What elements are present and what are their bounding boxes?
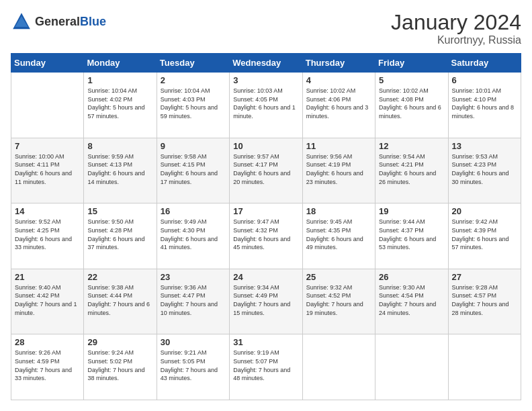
daylight-text: Daylight: 7 hours and 15 minutes. [233,300,298,317]
sunrise-text: Sunrise: 10:02 AM [306,87,371,95]
sunset-text: Sunset: 4:49 PM [233,291,298,300]
day-number: 14 [15,206,80,216]
daylight-text: Daylight: 6 hours and 57 minutes. [452,235,517,252]
sunrise-text: Sunrise: 10:04 AM [161,87,226,95]
table-row [375,334,448,400]
page: GeneralBlue January 2024 Kurortnyy, Russ… [0,0,532,411]
sunset-text: Sunset: 4:44 PM [87,291,152,300]
col-saturday: Saturday [448,54,521,73]
sunset-text: Sunset: 4:23 PM [452,161,517,169]
col-wednesday: Wednesday [230,54,302,73]
table-row: 6 Sunrise: 10:01 AM Sunset: 4:10 PM Dayl… [448,73,521,138]
table-row: 2 Sunrise: 10:04 AM Sunset: 4:03 PM Dayl… [157,73,229,138]
day-info: Sunrise: 9:40 AM Sunset: 4:42 PM Dayligh… [15,283,80,317]
daylight-text: Daylight: 7 hours and 6 minutes. [87,300,152,317]
col-sunday: Sunday [11,54,84,73]
col-thursday: Thursday [302,54,375,73]
day-info: Sunrise: 10:02 AM Sunset: 4:06 PM Daylig… [306,87,371,120]
daylight-text: Daylight: 6 hours and 11 minutes. [15,169,80,186]
day-number: 8 [87,141,152,151]
day-number: 18 [306,206,371,216]
day-number: 31 [233,337,298,347]
sunset-text: Sunset: 4:11 PM [15,161,80,169]
table-row: 25 Sunrise: 9:32 AM Sunset: 4:52 PM Dayl… [302,269,375,334]
day-info: Sunrise: 9:24 AM Sunset: 5:02 PM Dayligh… [87,349,152,382]
day-info: Sunrise: 10:04 AM Sunset: 4:03 PM Daylig… [161,87,226,120]
sunset-text: Sunset: 4:05 PM [233,95,298,104]
sunrise-text: Sunrise: 10:01 AM [452,87,517,95]
sunset-text: Sunset: 4:52 PM [306,291,371,300]
day-number: 9 [161,141,226,151]
day-number: 10 [233,141,298,151]
daylight-text: Daylight: 6 hours and 45 minutes. [233,235,298,252]
month-title: January 2024 [391,11,521,34]
daylight-text: Daylight: 6 hours and 33 minutes. [15,235,80,252]
table-row: 7 Sunrise: 10:00 AM Sunset: 4:11 PM Dayl… [11,138,84,203]
table-row: 3 Sunrise: 10:03 AM Sunset: 4:05 PM Dayl… [230,73,302,138]
day-info: Sunrise: 9:21 AM Sunset: 5:05 PM Dayligh… [161,349,226,382]
logo: GeneralBlue [11,11,106,32]
sunset-text: Sunset: 5:07 PM [233,357,298,366]
daylight-text: Daylight: 6 hours and 23 minutes. [306,169,371,186]
sunrise-text: Sunrise: 9:42 AM [452,218,517,226]
sunset-text: Sunset: 4:13 PM [87,161,152,169]
day-info: Sunrise: 9:49 AM Sunset: 4:30 PM Dayligh… [161,218,226,251]
day-number: 12 [379,141,444,151]
day-info: Sunrise: 9:26 AM Sunset: 4:59 PM Dayligh… [15,349,80,382]
sunrise-text: Sunrise: 10:02 AM [379,87,444,95]
day-info: Sunrise: 9:57 AM Sunset: 4:17 PM Dayligh… [233,152,298,186]
daylight-text: Daylight: 7 hours and 28 minutes. [452,300,517,317]
calendar-week-row: 21 Sunrise: 9:40 AM Sunset: 4:42 PM Dayl… [11,269,521,334]
daylight-text: Daylight: 7 hours and 10 minutes. [161,300,226,317]
table-row: 16 Sunrise: 9:49 AM Sunset: 4:30 PM Dayl… [157,203,229,269]
day-info: Sunrise: 9:58 AM Sunset: 4:15 PM Dayligh… [161,152,226,186]
sunset-text: Sunset: 4:19 PM [306,161,371,169]
daylight-text: Daylight: 7 hours and 19 minutes. [306,300,371,317]
daylight-text: Daylight: 7 hours and 48 minutes. [233,366,298,383]
logo-text: GeneralBlue [35,15,106,29]
table-row: 5 Sunrise: 10:02 AM Sunset: 4:08 PM Dayl… [375,73,448,138]
sunset-text: Sunset: 4:03 PM [161,95,226,104]
sunset-text: Sunset: 4:54 PM [379,291,444,300]
day-number: 24 [233,272,298,282]
sunrise-text: Sunrise: 10:03 AM [233,87,298,95]
table-row: 11 Sunrise: 9:56 AM Sunset: 4:19 PM Dayl… [302,138,375,203]
sunrise-text: Sunrise: 9:44 AM [379,218,444,226]
daylight-text: Daylight: 5 hours and 59 minutes. [161,103,226,120]
day-info: Sunrise: 10:03 AM Sunset: 4:05 PM Daylig… [233,87,298,120]
table-row: 12 Sunrise: 9:54 AM Sunset: 4:21 PM Dayl… [375,138,448,203]
logo-blue-text: Blue [80,15,106,28]
sunrise-text: Sunrise: 9:34 AM [233,283,298,292]
day-info: Sunrise: 9:42 AM Sunset: 4:39 PM Dayligh… [452,218,517,251]
table-row: 24 Sunrise: 9:34 AM Sunset: 4:49 PM Dayl… [230,269,302,334]
sunset-text: Sunset: 4:37 PM [379,226,444,235]
calendar-week-row: 7 Sunrise: 10:00 AM Sunset: 4:11 PM Dayl… [11,138,521,203]
day-number: 29 [87,337,152,347]
daylight-text: Daylight: 6 hours and 49 minutes. [306,235,371,252]
sunrise-text: Sunrise: 9:57 AM [233,152,298,161]
sunrise-text: Sunrise: 9:24 AM [87,349,152,357]
sunrise-text: Sunrise: 9:36 AM [161,283,226,292]
day-number: 15 [87,206,152,216]
sunrise-text: Sunrise: 9:45 AM [306,218,371,226]
day-info: Sunrise: 9:36 AM Sunset: 4:47 PM Dayligh… [161,283,226,317]
day-number: 21 [15,272,80,282]
table-row: 8 Sunrise: 9:59 AM Sunset: 4:13 PM Dayli… [84,138,157,203]
day-info: Sunrise: 9:52 AM Sunset: 4:25 PM Dayligh… [15,218,80,251]
daylight-text: Daylight: 6 hours and 17 minutes. [161,169,226,186]
sunset-text: Sunset: 4:32 PM [233,226,298,235]
calendar-week-row: 14 Sunrise: 9:52 AM Sunset: 4:25 PM Dayl… [11,203,521,269]
sunrise-text: Sunrise: 9:19 AM [233,349,298,357]
sunset-text: Sunset: 4:06 PM [306,95,371,104]
calendar: Sunday Monday Tuesday Wednesday Thursday… [11,53,521,400]
daylight-text: Daylight: 7 hours and 24 minutes. [379,300,444,317]
daylight-text: Daylight: 6 hours and 14 minutes. [87,169,152,186]
logo-general-text: General [35,15,80,28]
table-row: 31 Sunrise: 9:19 AM Sunset: 5:07 PM Dayl… [230,334,302,400]
sunrise-text: Sunrise: 9:52 AM [15,218,80,226]
table-row: 13 Sunrise: 9:53 AM Sunset: 4:23 PM Dayl… [448,138,521,203]
sunset-text: Sunset: 4:28 PM [87,226,152,235]
sunset-text: Sunset: 4:57 PM [452,291,517,300]
day-info: Sunrise: 9:44 AM Sunset: 4:37 PM Dayligh… [379,218,444,251]
sunrise-text: Sunrise: 9:50 AM [87,218,152,226]
